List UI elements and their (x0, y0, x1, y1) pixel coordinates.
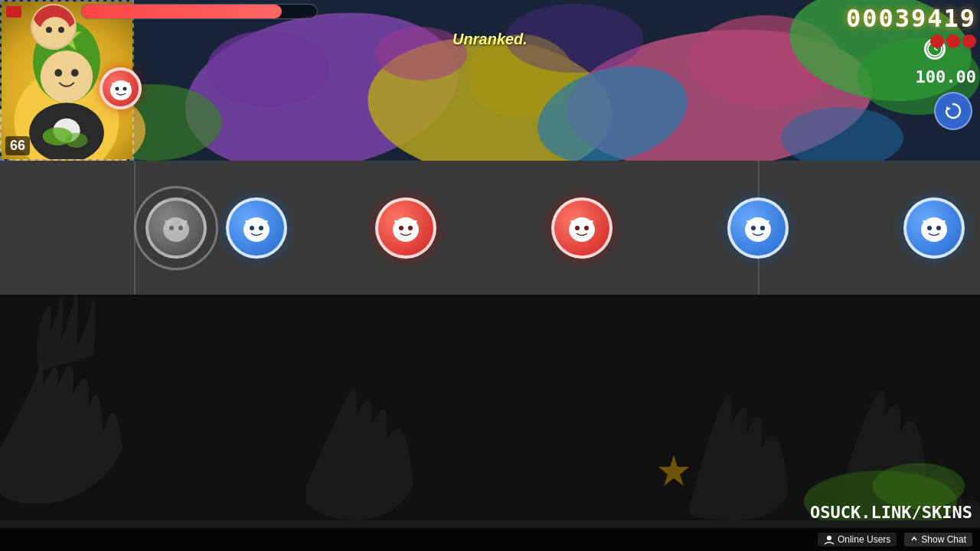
refresh-button[interactable] (934, 92, 972, 130)
score-number: 00039419 (846, 4, 976, 33)
svg-point-75 (827, 536, 831, 540)
red-indicator (6, 6, 21, 18)
svg-point-64 (751, 226, 756, 230)
osuck-link[interactable]: OSUCK.LINK/SKINS (810, 503, 972, 522)
svg-point-59 (575, 226, 580, 230)
svg-point-73 (873, 463, 965, 509)
show-chat-label: Show Chat (921, 534, 966, 545)
red-dots (930, 34, 976, 48)
score-display: 00039419 (846, 4, 976, 33)
online-users-icon (824, 534, 835, 545)
svg-point-31 (58, 27, 64, 33)
svg-point-70 (936, 226, 941, 230)
timing-bar (0, 161, 980, 295)
svg-point-60 (584, 226, 589, 230)
hp-bar (80, 4, 318, 27)
unranked-label: Unranked. (452, 31, 528, 48)
accuracy-display: 100.00 (916, 67, 976, 86)
svg-point-55 (408, 226, 413, 230)
svg-point-21 (54, 69, 62, 77)
svg-point-69 (927, 226, 932, 230)
svg-point-54 (399, 226, 403, 230)
red-dot-3 (962, 34, 976, 48)
hit-circle-blue-1[interactable] (226, 197, 287, 259)
player-marker (100, 67, 142, 109)
hit-circle-red-2[interactable] (551, 197, 612, 259)
online-users-label: Online Users (838, 534, 890, 545)
dark-scene (0, 295, 980, 520)
svg-marker-40 (946, 106, 951, 111)
hit-circle-blue-2[interactable] (727, 197, 789, 259)
svg-point-50 (259, 226, 263, 230)
hit-circle-red-1[interactable] (375, 197, 436, 259)
svg-point-49 (250, 226, 254, 230)
hit-circle-blue-3[interactable] (903, 197, 965, 259)
red-dot-2 (946, 34, 960, 48)
level-badge: 66 (5, 136, 30, 155)
small-avatar (31, 4, 77, 50)
red-dot-1 (930, 34, 944, 48)
svg-point-26 (65, 132, 87, 148)
svg-point-65 (760, 226, 765, 230)
hit-circle-approaching[interactable] (145, 197, 207, 259)
svg-point-29 (40, 17, 70, 47)
bottom-bar: Online Users Show Chat (0, 528, 980, 551)
svg-point-22 (71, 69, 79, 77)
svg-point-36 (122, 86, 126, 90)
show-chat-button[interactable]: Show Chat (904, 533, 972, 546)
online-users-button[interactable]: Online Users (818, 533, 897, 546)
svg-line-39 (935, 49, 938, 51)
svg-point-35 (115, 86, 119, 90)
chevron-up-icon (910, 534, 918, 545)
svg-point-30 (46, 27, 52, 33)
svg-point-20 (41, 51, 93, 103)
